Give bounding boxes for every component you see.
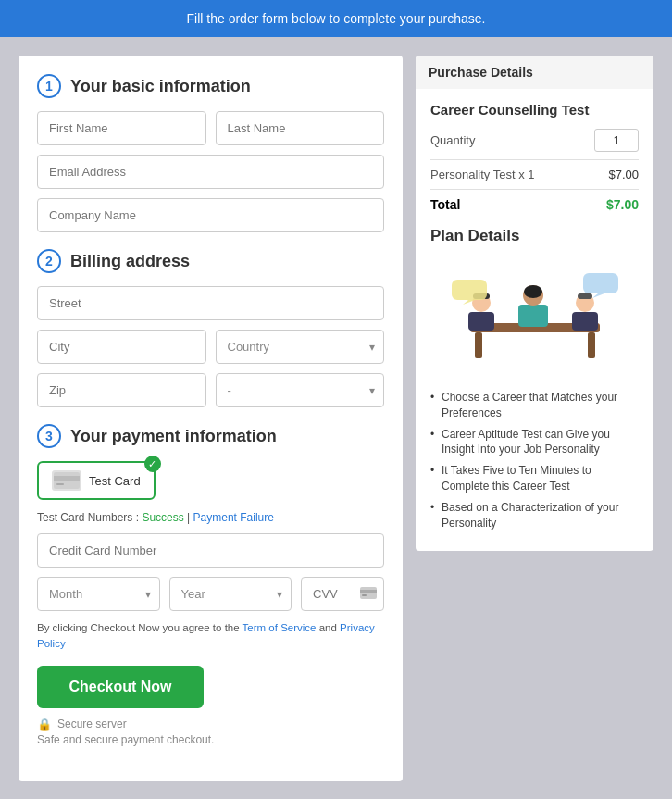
item-price: $7.00 bbox=[608, 168, 639, 181]
terms-link[interactable]: Term of Service bbox=[243, 622, 317, 633]
payment-header: 3 Your payment information bbox=[37, 424, 384, 448]
first-name-field bbox=[37, 111, 206, 145]
svg-rect-20 bbox=[583, 273, 618, 293]
billing-header: 2 Billing address bbox=[37, 249, 384, 273]
main-content: 1 Your basic information bbox=[0, 37, 672, 799]
plan-illustration bbox=[430, 256, 639, 377]
last-name-field bbox=[216, 111, 385, 145]
plan-feature-item: Career Aptitude Test can Give you Insigh… bbox=[430, 427, 639, 458]
company-field bbox=[37, 198, 384, 232]
terms-prefix: By clicking Checkout Now you agree to th… bbox=[37, 622, 243, 633]
basic-info-title: Your basic information bbox=[70, 77, 251, 96]
svg-rect-2 bbox=[56, 483, 64, 485]
basic-info-header: 1 Your basic information bbox=[37, 74, 384, 98]
safe-text: Safe and secure payment checkout. bbox=[37, 733, 384, 746]
card-option[interactable]: Test Card ✓ bbox=[37, 461, 156, 500]
failure-link[interactable]: Payment Failure bbox=[193, 511, 274, 524]
lock-icon: 🔒 bbox=[37, 718, 52, 731]
svg-rect-7 bbox=[475, 332, 482, 358]
billing-number: 2 bbox=[37, 249, 61, 273]
svg-rect-4 bbox=[360, 590, 377, 593]
city-field bbox=[37, 330, 206, 364]
cc-row bbox=[37, 533, 384, 568]
quantity-input[interactable] bbox=[594, 129, 639, 152]
plan-feature-item: Based on a Characterization of your Pers… bbox=[430, 500, 639, 531]
svg-rect-12 bbox=[518, 305, 548, 327]
street-input[interactable] bbox=[37, 286, 384, 320]
divider-1 bbox=[430, 159, 639, 160]
expiry-cvv-row: Month ▾ Year ▾ bbox=[37, 577, 384, 611]
zip-input[interactable] bbox=[37, 373, 206, 407]
quantity-row: Quantity bbox=[430, 129, 639, 152]
plan-feature-item: It Takes Five to Ten Minutes to Complete… bbox=[430, 463, 639, 494]
email-row bbox=[37, 155, 384, 189]
cvv-wrapper bbox=[301, 577, 384, 611]
street-field bbox=[37, 286, 384, 320]
quantity-label: Quantity bbox=[430, 133, 475, 147]
first-name-input[interactable] bbox=[37, 111, 206, 145]
terms-text: By clicking Checkout Now you agree to th… bbox=[37, 620, 384, 653]
email-field bbox=[37, 155, 384, 189]
plan-feature-item: Choose a Career that Matches your Prefer… bbox=[430, 390, 639, 421]
total-price: $7.00 bbox=[606, 197, 639, 212]
item-row: Personality Test x 1 $7.00 bbox=[430, 168, 639, 181]
state-select[interactable]: - bbox=[216, 373, 385, 407]
terms-mid: and bbox=[319, 622, 340, 633]
svg-marker-21 bbox=[592, 293, 604, 298]
svg-rect-17 bbox=[578, 293, 592, 299]
purchase-header: Purchase Details bbox=[416, 56, 653, 89]
svg-rect-8 bbox=[588, 332, 595, 358]
company-row bbox=[37, 198, 384, 232]
year-wrapper: Year ▾ bbox=[169, 577, 292, 611]
payment-number: 3 bbox=[37, 424, 61, 448]
svg-rect-5 bbox=[362, 594, 367, 596]
city-country-row: Country ▾ bbox=[37, 330, 384, 364]
billing-title: Billing address bbox=[70, 252, 190, 271]
company-input[interactable] bbox=[37, 198, 384, 232]
name-row bbox=[37, 111, 384, 145]
month-select[interactable]: Month bbox=[37, 577, 160, 611]
billing-section: 2 Billing address Country bbox=[37, 249, 384, 407]
street-row bbox=[37, 286, 384, 320]
left-panel: 1 Your basic information bbox=[19, 56, 403, 781]
country-select[interactable]: Country bbox=[216, 330, 385, 364]
year-select[interactable]: Year bbox=[169, 577, 292, 611]
success-link[interactable]: Success bbox=[142, 511, 183, 524]
month-wrapper: Month ▾ bbox=[37, 577, 160, 611]
zip-state-row: - ▾ bbox=[37, 373, 384, 407]
last-name-input[interactable] bbox=[216, 111, 385, 145]
card-icon bbox=[52, 470, 81, 491]
page-wrapper: Fill the order form below to complete yo… bbox=[0, 0, 672, 799]
cc-field bbox=[37, 533, 384, 568]
secure-text: 🔒 Secure server bbox=[37, 718, 384, 731]
payment-title: Your payment information bbox=[70, 427, 277, 446]
payment-section: 3 Your payment information Test Card ✓ bbox=[37, 424, 384, 746]
test-card-info: Test Card Numbers : Success | Payment Fa… bbox=[37, 511, 384, 524]
test-card-label: Test Card Numbers : bbox=[37, 511, 139, 524]
plan-header: Plan Details bbox=[430, 227, 639, 245]
top-banner: Fill the order form below to complete yo… bbox=[0, 0, 672, 37]
city-input[interactable] bbox=[37, 330, 206, 364]
svg-rect-15 bbox=[572, 312, 598, 331]
card-label: Test Card bbox=[89, 474, 141, 488]
svg-rect-14 bbox=[524, 285, 542, 298]
divider-2 bbox=[430, 189, 639, 190]
cvv-card-icon bbox=[360, 587, 377, 602]
email-input[interactable] bbox=[37, 155, 384, 189]
product-title: Career Counselling Test bbox=[430, 102, 639, 118]
basic-info-number: 1 bbox=[37, 74, 61, 98]
secure-label: Secure server bbox=[57, 718, 127, 730]
svg-rect-9 bbox=[468, 312, 494, 331]
basic-info-section: 1 Your basic information bbox=[37, 74, 384, 232]
svg-rect-18 bbox=[452, 280, 487, 300]
item-label: Personality Test x 1 bbox=[430, 168, 534, 181]
state-wrapper: - ▾ bbox=[216, 373, 385, 407]
card-check-icon: ✓ bbox=[144, 456, 161, 472]
plan-features-list: Choose a Career that Matches your Prefer… bbox=[430, 390, 639, 531]
total-row: Total $7.00 bbox=[430, 197, 639, 212]
svg-rect-3 bbox=[360, 587, 377, 599]
banner-text: Fill the order form below to complete yo… bbox=[187, 11, 486, 26]
cc-input[interactable] bbox=[37, 533, 384, 568]
checkout-button[interactable]: Checkout Now bbox=[37, 666, 204, 708]
country-wrapper: Country ▾ bbox=[216, 330, 385, 364]
